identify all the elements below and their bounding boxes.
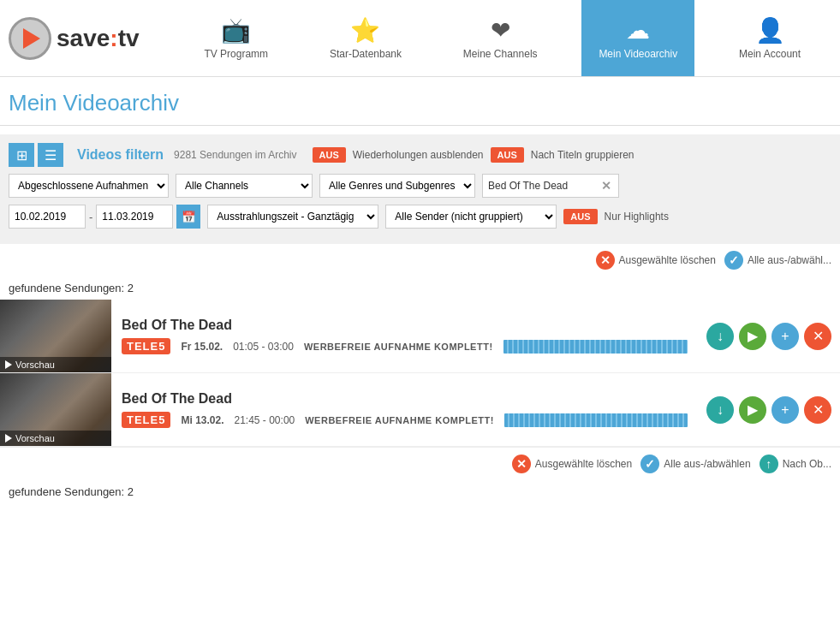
recording-title-2: Bed Of The Dead bbox=[122, 391, 688, 407]
nav-mein-videoarchiv[interactable]: ☁ Mein Videoarchiv bbox=[581, 0, 694, 76]
ausgewahlte-loschen-bottom-label: Ausgewählte löschen bbox=[535, 458, 632, 470]
meta-time-2: 21:45 - 00:00 bbox=[235, 414, 295, 426]
alle-aus-abwahlen-label: Alle aus-/abwähl... bbox=[748, 254, 831, 266]
date-from-input[interactable] bbox=[9, 205, 86, 229]
grid-view-button[interactable]: ⊞ bbox=[9, 143, 34, 167]
recording-actions-2: ↓ ▶ + ✕ bbox=[698, 373, 840, 446]
progress-bar-1 bbox=[503, 340, 688, 354]
star-icon: ⭐ bbox=[350, 16, 380, 45]
filter-title: Videos filtern bbox=[77, 147, 164, 163]
download-button-1[interactable]: ↓ bbox=[706, 323, 734, 350]
thumbnail-2: Vorschau bbox=[0, 373, 111, 446]
add-button-2[interactable]: + bbox=[771, 396, 799, 424]
toggle-wiederholungen-button[interactable]: AUS bbox=[313, 147, 346, 163]
aufnahmen-dropdown[interactable]: Abgeschlossene Aufnahmen bbox=[9, 174, 169, 198]
filter-row1: ⊞ ☰ Videos filtern 9281 Sendungen im Arc… bbox=[9, 143, 831, 167]
recording-meta-2: TELE5 Mi 13.02. 21:45 - 00:00 WERBEFREIE… bbox=[122, 412, 688, 428]
list-view-button[interactable]: ☰ bbox=[38, 143, 63, 167]
recording-item: Vorschau Bed Of The Dead TELE5 Fr 15.02.… bbox=[0, 300, 840, 373]
nav-meine-channels[interactable]: ❤ Meine Channels bbox=[446, 0, 555, 76]
result-count-bottom: gefundene Sendungen: 2 bbox=[0, 480, 840, 503]
alle-aus-abwahlen-bottom-button[interactable]: ✓ Alle aus-/abwählen bbox=[640, 455, 750, 473]
play-button-1[interactable]: ▶ bbox=[739, 323, 766, 350]
add-button-1[interactable]: + bbox=[771, 323, 799, 350]
channel-logo-1: TELE5 bbox=[122, 338, 170, 354]
alle-aus-abwahlen-bottom-label: Alle aus-/abwählen bbox=[664, 458, 750, 470]
toggle-highlights-button[interactable]: AUS bbox=[563, 209, 597, 224]
filter-row2: Abgeschlossene Aufnahmen Alle Channels A… bbox=[9, 174, 831, 198]
ausgewahlte-loschen-button[interactable]: ✕ Ausgewählte löschen bbox=[596, 251, 716, 270]
date-range: - 📅 bbox=[9, 205, 200, 229]
recording-title-1: Bed Of The Dead bbox=[122, 318, 688, 333]
alle-aus-abwahlen-button[interactable]: ✓ Alle aus-/abwähl... bbox=[724, 251, 831, 270]
logo-text: save:tv bbox=[57, 25, 140, 52]
date-to-input[interactable] bbox=[96, 205, 173, 229]
highlights-label: Nur Highlights bbox=[605, 211, 669, 223]
date-separator: - bbox=[89, 211, 92, 223]
nav-meine-channels-label: Meine Channels bbox=[463, 48, 538, 60]
wiederholungen-label: Wiederholungen ausblenden bbox=[353, 149, 484, 161]
play-icon-2 bbox=[5, 434, 12, 443]
filter-bar: ⊞ ☰ Videos filtern 9281 Sendungen im Arc… bbox=[0, 134, 840, 244]
filter-count: 9281 Sendungen im Archiv bbox=[174, 149, 296, 161]
preview-2[interactable]: Vorschau bbox=[0, 431, 111, 446]
thumbnail-1: Vorschau bbox=[0, 300, 111, 372]
recording-actions-1: ↓ ▶ + ✕ bbox=[698, 300, 840, 372]
check-icon: ✓ bbox=[724, 251, 743, 270]
check-icon-bottom: ✓ bbox=[640, 455, 659, 473]
recording-item-2: Vorschau Bed Of The Dead TELE5 Mi 13.02.… bbox=[0, 373, 840, 447]
logo-circle bbox=[9, 17, 51, 60]
sender-dropdown[interactable]: Alle Sender (nicht gruppiert) bbox=[385, 205, 557, 229]
clear-search-button[interactable]: ✕ bbox=[599, 179, 613, 193]
meta-status-2: WERBEFREIE AUFNAHME KOMPLETT! bbox=[305, 415, 494, 425]
preview-1[interactable]: Vorschau bbox=[0, 357, 111, 372]
search-box[interactable]: Bed Of The Dead ✕ bbox=[482, 174, 619, 198]
logo-play-icon bbox=[23, 28, 40, 49]
cloud-icon: ☁ bbox=[626, 16, 650, 45]
meta-time-1: 01:05 - 03:00 bbox=[233, 341, 294, 353]
action-bar-bottom: ✕ Ausgewählte löschen ✓ Alle aus-/abwähl… bbox=[0, 447, 840, 480]
nav-tv-programm-label: TV Programm bbox=[204, 48, 268, 60]
heart-icon: ❤ bbox=[491, 16, 510, 45]
delete-icon-bottom: ✕ bbox=[512, 455, 531, 473]
play-button-2[interactable]: ▶ bbox=[739, 396, 766, 424]
logo: save:tv bbox=[9, 17, 140, 60]
nav-mein-account-label: Mein Account bbox=[739, 48, 801, 60]
nav-mein-account[interactable]: 👤 Mein Account bbox=[722, 0, 818, 76]
genres-dropdown[interactable]: Alle Genres und Subgenres bbox=[319, 174, 475, 198]
preview-label-1: Vorschau bbox=[15, 360, 55, 370]
gruppieren-label: Nach Titeln gruppieren bbox=[531, 149, 634, 161]
main-nav: 📺 TV Programm ⭐ Star-Datenbank ❤ Meine C… bbox=[174, 0, 831, 76]
tv-icon: 📺 bbox=[221, 16, 251, 45]
nach-oben-button[interactable]: ↑ Nach Ob... bbox=[760, 455, 831, 473]
ausstrahlungszeit-dropdown[interactable]: Ausstrahlungszeit - Ganztägig bbox=[207, 205, 378, 229]
delete-button-2[interactable]: ✕ bbox=[804, 396, 831, 424]
recording-info-2: Bed Of The Dead TELE5 Mi 13.02. 21:45 - … bbox=[111, 373, 698, 446]
page-title: Mein Videoarchiv bbox=[0, 77, 840, 126]
meta-status-1: WERBEFREIE AUFNAHME KOMPLETT! bbox=[304, 342, 493, 352]
nach-oben-label: Nach Ob... bbox=[783, 458, 831, 470]
calendar-icon-button[interactable]: 📅 bbox=[176, 205, 200, 229]
channels-dropdown[interactable]: Alle Channels bbox=[176, 174, 313, 198]
meta-date-1: Fr 15.02. bbox=[181, 341, 223, 353]
play-icon-1 bbox=[5, 360, 12, 369]
result-count-top: gefundene Sendungen: 2 bbox=[0, 276, 840, 300]
nav-star-datenbank[interactable]: ⭐ Star-Datenbank bbox=[313, 0, 419, 76]
recording-meta-1: TELE5 Fr 15.02. 01:05 - 03:00 WERBEFREIE… bbox=[122, 338, 688, 354]
nav-mein-videoarchiv-label: Mein Videoarchiv bbox=[599, 48, 677, 60]
download-button-2[interactable]: ↓ bbox=[706, 396, 734, 424]
nav-tv-programm[interactable]: 📺 TV Programm bbox=[187, 0, 285, 76]
toggle-gruppieren-button[interactable]: AUS bbox=[491, 147, 524, 163]
ausgewahlte-loschen-bottom-button[interactable]: ✕ Ausgewählte löschen bbox=[512, 455, 632, 473]
action-bar-top: ✕ Ausgewählte löschen ✓ Alle aus-/abwähl… bbox=[0, 244, 840, 276]
user-icon: 👤 bbox=[755, 16, 785, 45]
nav-star-datenbank-label: Star-Datenbank bbox=[330, 48, 402, 60]
meta-date-2: Mi 13.02. bbox=[181, 414, 223, 426]
delete-button-1[interactable]: ✕ bbox=[804, 323, 831, 350]
view-icons: ⊞ ☰ bbox=[9, 143, 63, 167]
delete-icon: ✕ bbox=[596, 251, 615, 270]
header: save:tv 📺 TV Programm ⭐ Star-Datenbank ❤… bbox=[0, 0, 840, 77]
search-value: Bed Of The Dead bbox=[488, 180, 599, 192]
filter-row3: - 📅 Ausstrahlungszeit - Ganztägig Alle S… bbox=[9, 205, 831, 229]
recording-info-1: Bed Of The Dead TELE5 Fr 15.02. 01:05 - … bbox=[111, 300, 698, 372]
